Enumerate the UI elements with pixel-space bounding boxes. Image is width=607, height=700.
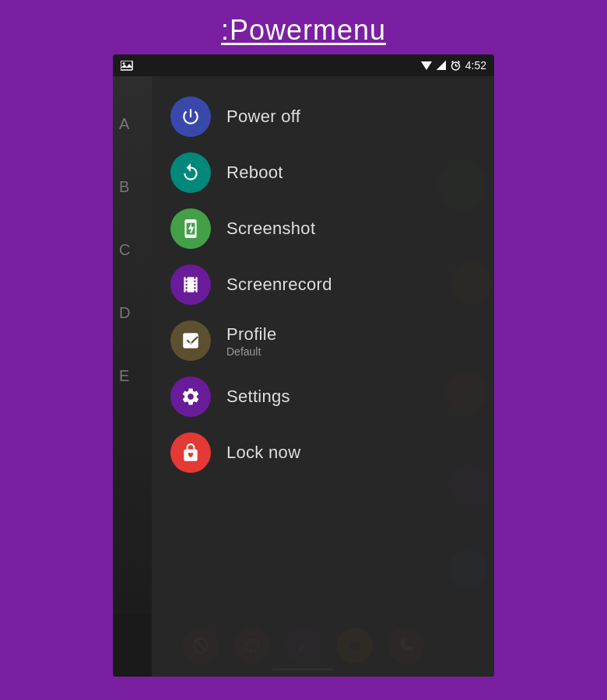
poweroff-icon — [181, 107, 201, 127]
bg-letter-a: A — [119, 115, 130, 133]
screenshot-text: Screenshot — [226, 219, 315, 239]
screenrecord-icon-circle — [170, 264, 211, 305]
image-icon — [121, 61, 133, 71]
profile-sublabel: Default — [226, 345, 276, 358]
settings-icon — [181, 387, 201, 407]
menu-item-screenrecord[interactable]: Screenrecord — [152, 257, 494, 313]
profile-icon — [181, 331, 201, 351]
menu-item-reboot[interactable]: Reboot — [152, 145, 494, 201]
profile-icon-circle — [170, 320, 211, 361]
reboot-icon — [181, 163, 201, 183]
settings-icon-circle — [170, 376, 211, 417]
lock-icon — [181, 443, 201, 463]
locknow-label: Lock now — [226, 443, 300, 463]
bg-letter-b: B — [119, 178, 130, 196]
menu-item-poweroff[interactable]: Power off — [152, 89, 494, 145]
screenrecord-label: Screenrecord — [226, 275, 332, 295]
settings-text: Settings — [226, 387, 290, 407]
poweroff-label: Power off — [226, 107, 300, 127]
menu-item-profile[interactable]: Profile Default — [152, 313, 494, 369]
svg-line-9 — [451, 61, 453, 62]
screenshot-icon — [181, 219, 201, 239]
menu-item-locknow[interactable]: Lock now — [152, 425, 494, 481]
settings-label: Settings — [226, 387, 290, 407]
svg-rect-0 — [121, 61, 132, 70]
bg-letter-d: D — [119, 304, 130, 322]
screenshot-label: Screenshot — [226, 219, 315, 239]
alarm-icon — [451, 61, 461, 71]
screenrecord-icon — [181, 275, 201, 295]
status-bar-right: 4:52 — [421, 59, 486, 72]
poweroff-text: Power off — [226, 107, 300, 127]
svg-line-10 — [458, 61, 459, 62]
phone-frame: 4:52 A B C D E A B C D E F G H I J K L M… — [113, 54, 494, 677]
app-title: :Powermenu — [221, 14, 386, 47]
title-main: Powermenu — [230, 14, 386, 46]
status-time: 4:52 — [465, 59, 486, 72]
wifi-icon — [421, 61, 432, 70]
bg-letter-e: E — [119, 367, 130, 385]
profile-label: Profile — [226, 324, 276, 345]
svg-point-2 — [123, 62, 125, 65]
status-bar: 4:52 — [113, 54, 494, 76]
bg-letter-c: C — [119, 241, 130, 259]
profile-text: Profile Default — [226, 324, 276, 358]
menu-item-settings[interactable]: Settings — [152, 369, 494, 425]
locknow-icon-circle — [170, 432, 211, 473]
left-letters: A B C D E — [119, 115, 130, 385]
svg-marker-1 — [121, 64, 132, 68]
poweroff-icon-circle — [170, 96, 211, 137]
reboot-icon-circle — [170, 152, 211, 193]
power-menu: Power off Reboot Screenshot — [152, 76, 494, 677]
menu-item-screenshot[interactable]: Screenshot — [152, 201, 494, 257]
screenrecord-text: Screenrecord — [226, 275, 332, 295]
svg-marker-3 — [421, 61, 432, 70]
signal-icon — [437, 61, 446, 70]
status-bar-left — [121, 61, 133, 71]
reboot-text: Reboot — [226, 163, 283, 183]
locknow-text: Lock now — [226, 443, 300, 463]
title-prefix: : — [221, 14, 230, 46]
reboot-label: Reboot — [226, 163, 283, 183]
screenshot-icon-circle — [170, 208, 211, 249]
